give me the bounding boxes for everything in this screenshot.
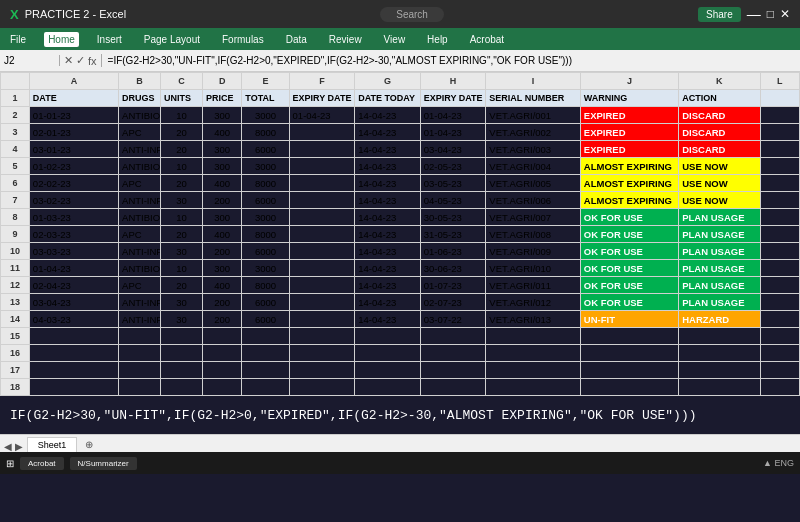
cell-warning[interactable]: ALMOST EXPIRING — [580, 158, 678, 175]
cell-warning[interactable]: EXPIRED — [580, 124, 678, 141]
cell-serial[interactable]: VET.AGRI/010 — [486, 260, 580, 277]
cell-warning[interactable]: OK FOR USE — [580, 243, 678, 260]
cell-expiry2[interactable]: 04-05-23 — [420, 192, 486, 209]
ribbon-tab-review[interactable]: Review — [325, 32, 366, 47]
cell-price[interactable]: 400 — [203, 277, 242, 294]
cell-l[interactable] — [760, 192, 799, 209]
col-header-i[interactable]: I — [486, 73, 580, 90]
cell-total[interactable]: 3000 — [242, 158, 289, 175]
cell-l[interactable] — [760, 124, 799, 141]
ribbon-tab-view[interactable]: View — [380, 32, 410, 47]
cell-date[interactable]: 02-04-23 — [29, 277, 118, 294]
cell-expiry2[interactable]: 03-04-23 — [420, 141, 486, 158]
cell-expiry[interactable] — [289, 209, 355, 226]
cell-drugs[interactable]: ANTIBIOTICS — [119, 158, 161, 175]
cell-today[interactable]: 14-04-23 — [355, 175, 421, 192]
cell-total[interactable]: 8000 — [242, 124, 289, 141]
cell-l[interactable] — [760, 294, 799, 311]
cell-date[interactable]: 02-02-23 — [29, 175, 118, 192]
cell-units[interactable]: 20 — [161, 277, 203, 294]
cell-units[interactable]: 20 — [161, 226, 203, 243]
cell-drugs[interactable]: ANTI-INFLAMATORY — [119, 192, 161, 209]
row-num-6[interactable]: 6 — [1, 175, 30, 192]
cell-units[interactable]: 10 — [161, 158, 203, 175]
cell-warning[interactable]: ALMOST EXPIRING — [580, 192, 678, 209]
cell-date[interactable]: 01-04-23 — [29, 260, 118, 277]
cell-expiry2[interactable]: 01-04-23 — [420, 124, 486, 141]
cell-warning[interactable]: OK FOR USE — [580, 277, 678, 294]
col-header-f[interactable]: F — [289, 73, 355, 90]
cell-action[interactable]: PLAN USAGE — [679, 226, 760, 243]
cell-l[interactable] — [760, 243, 799, 260]
row-num-7[interactable]: 7 — [1, 192, 30, 209]
cell-date[interactable]: 04-03-23 — [29, 311, 118, 328]
cell-serial[interactable]: VET.AGRI/008 — [486, 226, 580, 243]
ribbon-tab-help[interactable]: Help — [423, 32, 452, 47]
cell-l[interactable] — [760, 260, 799, 277]
cell-total[interactable]: 6000 — [242, 141, 289, 158]
cell-expiry[interactable]: 01-04-23 — [289, 107, 355, 124]
cell-l[interactable] — [760, 311, 799, 328]
cell-l[interactable] — [760, 277, 799, 294]
row-num-4[interactable]: 4 — [1, 141, 30, 158]
cell-expiry2[interactable]: 01-04-23 — [420, 107, 486, 124]
cell-serial[interactable]: VET.AGRI/004 — [486, 158, 580, 175]
cell-expiry2[interactable]: 02-07-23 — [420, 294, 486, 311]
sheet-tab-nav[interactable]: ◀ ▶ — [0, 441, 27, 452]
cell-expiry[interactable] — [289, 260, 355, 277]
cell-today[interactable]: 14-04-23 — [355, 158, 421, 175]
cell-serial[interactable]: VET.AGRI/009 — [486, 243, 580, 260]
col-header-a[interactable]: A — [29, 73, 118, 90]
cell-expiry2[interactable]: 02-05-23 — [420, 158, 486, 175]
col-header-l[interactable]: L — [760, 73, 799, 90]
cell-date[interactable]: 02-03-23 — [29, 226, 118, 243]
cell-l[interactable] — [760, 175, 799, 192]
cell-date[interactable]: 01-01-23 — [29, 107, 118, 124]
sheet-tab-1[interactable]: Sheet1 — [27, 437, 78, 452]
cell-serial[interactable]: VET.AGRI/006 — [486, 192, 580, 209]
cell-price[interactable]: 300 — [203, 260, 242, 277]
cell-drugs[interactable]: APC — [119, 226, 161, 243]
row-num-3[interactable]: 3 — [1, 124, 30, 141]
col-header-k[interactable]: K — [679, 73, 760, 90]
ribbon-tab-home[interactable]: Home — [44, 32, 79, 47]
cell-action[interactable]: PLAN USAGE — [679, 277, 760, 294]
cell-l[interactable] — [760, 226, 799, 243]
ribbon-tab-formulas[interactable]: Formulas — [218, 32, 268, 47]
cell-l[interactable] — [760, 107, 799, 124]
row-num-5[interactable]: 5 — [1, 158, 30, 175]
cell-expiry2[interactable]: 30-06-23 — [420, 260, 486, 277]
col-header-c[interactable]: C — [161, 73, 203, 90]
row-num-2[interactable]: 2 — [1, 107, 30, 124]
cell-serial[interactable]: VET.AGRI/005 — [486, 175, 580, 192]
ribbon-tab-acrobat[interactable]: Acrobat — [466, 32, 508, 47]
cell-serial[interactable]: VET.AGRI/001 — [486, 107, 580, 124]
cell-units[interactable]: 10 — [161, 209, 203, 226]
cell-total[interactable]: 3000 — [242, 260, 289, 277]
cell-price[interactable]: 200 — [203, 192, 242, 209]
cell-serial[interactable]: VET.AGRI/011 — [486, 277, 580, 294]
col-header-d[interactable]: D — [203, 73, 242, 90]
cell-l[interactable] — [760, 158, 799, 175]
cell-drugs[interactable]: APC — [119, 277, 161, 294]
taskbar-acrobat[interactable]: Acrobat — [20, 457, 64, 470]
cell-date[interactable]: 02-01-23 — [29, 124, 118, 141]
cell-today[interactable]: 14-04-23 — [355, 243, 421, 260]
cell-warning[interactable]: OK FOR USE — [580, 294, 678, 311]
cell-warning[interactable]: EXPIRED — [580, 107, 678, 124]
cell-today[interactable]: 14-04-23 — [355, 124, 421, 141]
cell-action[interactable]: USE NOW — [679, 158, 760, 175]
minimize-btn[interactable]: — — [747, 6, 761, 22]
cell-warning[interactable]: EXPIRED — [580, 141, 678, 158]
cell-action[interactable]: HARZARD — [679, 311, 760, 328]
cell-total[interactable]: 6000 — [242, 294, 289, 311]
cell-today[interactable]: 14-04-23 — [355, 226, 421, 243]
cell-expiry[interactable] — [289, 175, 355, 192]
col-header-h[interactable]: H — [420, 73, 486, 90]
cell-total[interactable]: 8000 — [242, 226, 289, 243]
cell-expiry[interactable] — [289, 124, 355, 141]
cell-serial[interactable]: VET.AGRI/002 — [486, 124, 580, 141]
cell-serial[interactable]: VET.AGRI/007 — [486, 209, 580, 226]
cell-today[interactable]: 14-04-23 — [355, 192, 421, 209]
cell-warning[interactable]: OK FOR USE — [580, 209, 678, 226]
